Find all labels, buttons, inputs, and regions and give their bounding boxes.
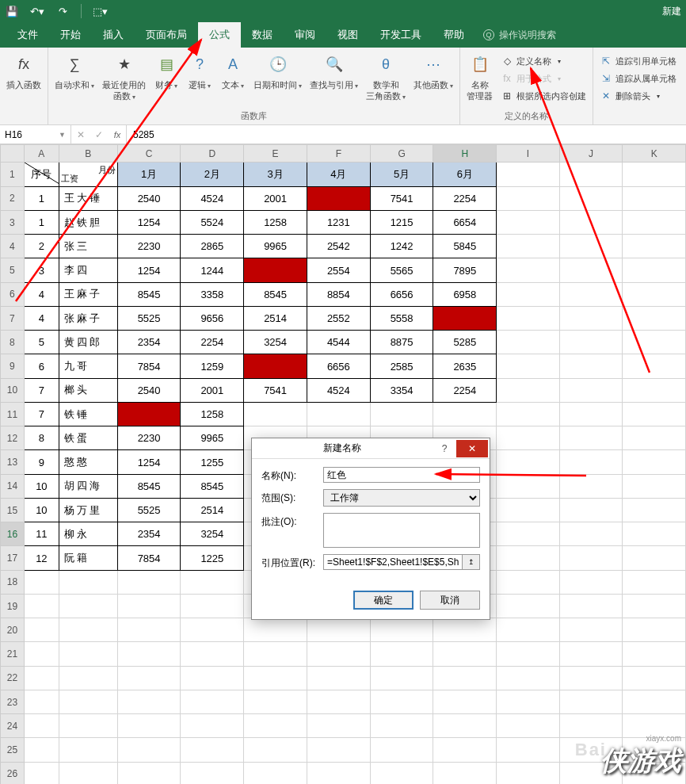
- data-cell[interactable]: 7541: [370, 186, 433, 210]
- data-cell[interactable]: [623, 210, 686, 234]
- data-cell[interactable]: [370, 714, 433, 738]
- ref-collapse-button[interactable]: ↥: [463, 554, 480, 570]
- data-cell[interactable]: [307, 714, 370, 738]
- data-cell[interactable]: [497, 354, 560, 378]
- row-header[interactable]: 25: [1, 738, 25, 762]
- data-cell[interactable]: 3254: [244, 331, 307, 354]
- data-cell[interactable]: [497, 331, 560, 354]
- data-cell[interactable]: [181, 738, 244, 762]
- data-cell[interactable]: [559, 331, 623, 354]
- data-cell[interactable]: [117, 594, 181, 618]
- data-cell[interactable]: 2354: [117, 522, 181, 546]
- data-cell[interactable]: 8854: [307, 282, 370, 306]
- data-cell[interactable]: [497, 618, 560, 642]
- data-cell[interactable]: [623, 450, 686, 474]
- name-box[interactable]: H16▼: [0, 125, 71, 143]
- col-header[interactable]: D: [181, 145, 244, 163]
- data-cell[interactable]: [623, 498, 686, 522]
- data-cell[interactable]: [497, 546, 560, 570]
- data-cell[interactable]: [623, 522, 686, 546]
- data-cell[interactable]: 2230: [117, 235, 181, 258]
- data-cell[interactable]: 王 麻 子: [59, 282, 117, 306]
- row-header[interactable]: 12: [1, 426, 25, 450]
- data-cell[interactable]: [497, 402, 560, 426]
- data-cell[interactable]: 5: [24, 331, 59, 354]
- data-cell[interactable]: 8545: [181, 474, 244, 498]
- data-cell[interactable]: [497, 570, 560, 594]
- data-cell[interactable]: [117, 738, 181, 762]
- data-cell[interactable]: 1259: [181, 354, 244, 378]
- data-cell[interactable]: 4: [24, 306, 59, 330]
- row-header[interactable]: 11: [1, 402, 25, 426]
- data-cell[interactable]: [559, 402, 623, 426]
- data-cell[interactable]: 2865: [181, 235, 244, 258]
- row-header[interactable]: 1: [1, 163, 25, 186]
- data-cell[interactable]: [559, 690, 623, 713]
- data-cell[interactable]: [623, 642, 686, 666]
- data-cell[interactable]: 3254: [181, 522, 244, 546]
- row-header[interactable]: 3: [1, 210, 25, 234]
- data-cell[interactable]: 九 哥: [59, 354, 117, 378]
- data-cell[interactable]: [433, 618, 497, 642]
- cancel-button[interactable]: 取消: [420, 591, 480, 610]
- data-cell[interactable]: 1231: [307, 210, 370, 234]
- data-cell[interactable]: [497, 258, 560, 282]
- data-cell[interactable]: [307, 666, 370, 690]
- data-cell[interactable]: 1: [24, 210, 59, 234]
- data-cell[interactable]: 2001: [181, 378, 244, 402]
- data-cell[interactable]: 2354: [117, 331, 181, 354]
- data-cell[interactable]: 榔 头: [59, 378, 117, 402]
- data-cell[interactable]: [559, 474, 623, 498]
- data-cell[interactable]: [59, 762, 117, 784]
- fx-bar-icon[interactable]: fx: [114, 130, 121, 140]
- data-cell[interactable]: [59, 738, 117, 762]
- data-cell[interactable]: [181, 714, 244, 738]
- data-cell[interactable]: 张 三: [59, 235, 117, 258]
- data-cell[interactable]: [117, 714, 181, 738]
- data-cell[interactable]: [497, 474, 560, 498]
- recent-functions-button[interactable]: ★最近使用的 函数: [99, 51, 149, 104]
- data-cell[interactable]: 1244: [181, 258, 244, 282]
- data-cell[interactable]: [497, 235, 560, 258]
- tab-file[interactable]: 文件: [6, 22, 49, 48]
- data-cell[interactable]: [559, 306, 623, 330]
- data-cell[interactable]: [497, 282, 560, 306]
- ref-input[interactable]: [323, 554, 463, 570]
- data-cell[interactable]: 王 大 锤: [59, 186, 117, 210]
- name-manager-button[interactable]: 📋名称 管理器: [463, 51, 496, 104]
- row-header[interactable]: 26: [1, 762, 25, 784]
- data-cell[interactable]: [59, 594, 117, 618]
- data-cell[interactable]: 5285: [433, 331, 497, 354]
- data-cell[interactable]: [623, 306, 686, 330]
- data-cell[interactable]: [181, 666, 244, 690]
- row-header[interactable]: 4: [1, 235, 25, 258]
- row-header[interactable]: 24: [1, 714, 25, 738]
- data-cell[interactable]: [497, 738, 560, 762]
- data-cell[interactable]: 3354: [370, 378, 433, 402]
- data-cell[interactable]: [181, 642, 244, 666]
- col-header[interactable]: K: [623, 145, 686, 163]
- data-cell[interactable]: 胡 四 海: [59, 474, 117, 498]
- row-header[interactable]: 18: [1, 570, 25, 594]
- data-cell[interactable]: 杨 万 里: [59, 498, 117, 522]
- undo-icon[interactable]: ↶▾: [30, 4, 44, 18]
- row-header[interactable]: 7: [1, 306, 25, 330]
- data-cell[interactable]: 2230: [117, 426, 181, 450]
- data-cell[interactable]: 6656: [307, 354, 370, 378]
- data-cell[interactable]: 6: [24, 354, 59, 378]
- data-cell[interactable]: [497, 378, 560, 402]
- tab-formulas[interactable]: 公式: [198, 22, 241, 48]
- data-cell[interactable]: [623, 690, 686, 713]
- data-cell[interactable]: 5558: [370, 306, 433, 330]
- data-cell[interactable]: 1254: [117, 258, 181, 282]
- data-cell[interactable]: [24, 594, 59, 618]
- trace-precedents-button[interactable]: ⇱追踪引用单元格: [596, 52, 680, 70]
- logical-button[interactable]: ?逻辑: [184, 51, 215, 92]
- data-cell[interactable]: 5845: [433, 235, 497, 258]
- redo-icon[interactable]: ↷: [55, 4, 70, 18]
- data-cell[interactable]: 1: [24, 186, 59, 210]
- data-cell[interactable]: [24, 690, 59, 713]
- row-header[interactable]: 23: [1, 690, 25, 713]
- data-cell[interactable]: [117, 618, 181, 642]
- data-cell[interactable]: [307, 690, 370, 713]
